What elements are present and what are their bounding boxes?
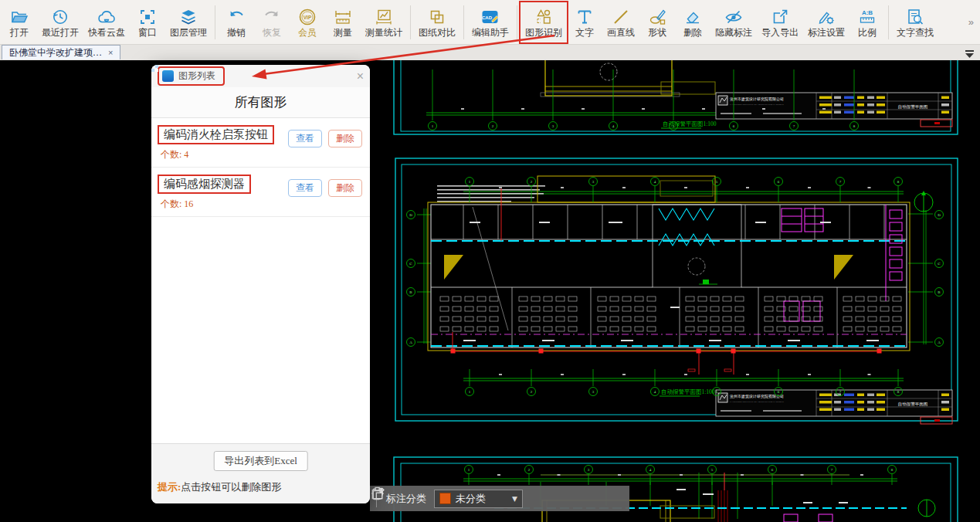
shape-recognition-button[interactable]: 图形识别: [521, 2, 567, 42]
classify-dropdown[interactable]: 未分类 ▼: [434, 490, 523, 508]
layer-manager-button[interactable]: 图层管理: [165, 2, 212, 42]
toolbar-divider: [215, 5, 215, 39]
undo-button[interactable]: 撤销: [219, 2, 254, 42]
drawing-compare-button[interactable]: 图纸对比: [414, 2, 460, 42]
eye-slash-icon: [724, 7, 744, 27]
title-block: 沧州市建筑设计研究院有限公司CANGZHOU INSTITUTE OF ARCH…: [716, 390, 952, 424]
svg-text:3: 3: [592, 180, 595, 184]
svg-text:2: 2: [531, 180, 533, 184]
svg-text:A: A: [409, 341, 412, 344]
eraser-icon: [683, 7, 702, 27]
shape-recognition-icon: [534, 7, 553, 27]
svg-text:1: 1: [469, 390, 471, 394]
tabbar-collapse-icon[interactable]: [965, 48, 975, 56]
delete-graphic-button[interactable]: 删除: [328, 179, 362, 197]
tab-close-icon[interactable]: ×: [108, 48, 113, 57]
measure-stats-button[interactable]: 测量统计: [361, 2, 407, 42]
toolbar-label: 图层管理: [170, 28, 207, 38]
svg-text:4: 4: [612, 124, 615, 128]
view-button[interactable]: 查看: [288, 179, 322, 197]
layers-icon: [179, 7, 198, 27]
toolbar-label: 测量: [334, 28, 352, 38]
shapes-button[interactable]: 形状: [639, 2, 675, 42]
hide-annotations-button[interactable]: 隐藏标注: [710, 2, 757, 42]
scale-button[interactable]: A:B 比例: [849, 2, 885, 42]
toolbar-divider: [463, 5, 464, 39]
title-block: 沧州市建筑设计研究院有限公司CANGZHOU INSTITUTE OF ARCH…: [716, 93, 952, 127]
toolbar-label: 图纸对比: [419, 28, 456, 38]
import-export-icon: [771, 7, 789, 27]
redo-button[interactable]: 恢复: [254, 2, 290, 42]
annotation-settings-button[interactable]: 标注设置: [803, 2, 849, 42]
paste-icon[interactable]: [605, 490, 622, 507]
annotation-classify-toolbar: 标注分类 未分类 ▼: [370, 486, 629, 511]
document-tabbar: 卧佛堂中学改扩建项… ×: [0, 45, 980, 60]
toolbar-divider: [888, 5, 889, 39]
riser-cluster: [718, 473, 727, 522]
svg-text:5: 5: [716, 180, 718, 184]
cad-assistant-icon: CAD: [480, 7, 500, 27]
text-search-button[interactable]: 文字查找: [892, 2, 938, 42]
open-button[interactable]: 打开: [2, 2, 37, 42]
toolbar-overflow-chevron[interactable]: »: [964, 16, 978, 28]
svg-text:3: 3: [588, 468, 590, 472]
svg-text:CAD: CAD: [482, 15, 493, 19]
draw-line-button[interactable]: 画直线: [602, 2, 639, 42]
list-item: 编码感烟探测器 个数: 16 查看 删除: [151, 168, 370, 217]
cloud-drive-button[interactable]: 快看云盘: [83, 2, 130, 42]
document-tab[interactable]: 卧佛堂中学改扩建项… ×: [2, 45, 120, 59]
svg-text:3: 3: [552, 124, 554, 128]
svg-text:D: D: [938, 213, 941, 217]
hint-text: 点击按钮可以删除图形: [181, 481, 281, 493]
chevron-down-icon: ▼: [512, 495, 517, 503]
svg-text:D: D: [409, 213, 412, 217]
classify-selected-value: 未分类: [456, 492, 507, 506]
svg-text:CANGZHOU INSTITUTE OF ARCHITEC: CANGZHOU INSTITUTE OF ARCHITECTURAL DESI…: [730, 401, 784, 403]
import-export-button[interactable]: 导入导出: [757, 2, 803, 42]
graphic-count: 个数: 4: [161, 148, 288, 161]
panel-titlebar[interactable]: 图形列表 ×: [151, 65, 370, 87]
toolbar-label: 会员: [298, 28, 317, 38]
recent-open-button[interactable]: 最近打开: [37, 2, 83, 42]
panel-hint: 提示:点击按钮可以删除图形: [158, 480, 281, 494]
compare-sheets-icon: [428, 7, 446, 27]
svg-text:4: 4: [649, 468, 652, 472]
window-frame-icon: [138, 7, 157, 27]
toolbar-label: 恢复: [263, 28, 281, 38]
view-button[interactable]: 查看: [288, 130, 322, 147]
delete-graphic-button[interactable]: 删除: [328, 130, 362, 147]
svg-text:自动报警平面图: 自动报警平面图: [898, 104, 928, 110]
toolbar-label: 窗口: [138, 28, 157, 38]
export-excel-button[interactable]: 导出列表到Excel: [213, 451, 308, 471]
annotation-box: 图形列表: [158, 66, 225, 86]
delete-button[interactable]: 删除: [675, 2, 710, 42]
svg-text:自动报警平面图: 自动报警平面图: [898, 402, 928, 407]
scale-ratio-icon: A:B: [858, 7, 877, 27]
text-tool-icon: [575, 7, 594, 27]
toolbar-label: 标注设置: [808, 28, 845, 38]
edit-annotation-icon[interactable]: [531, 490, 548, 507]
svg-text:2: 2: [531, 390, 533, 394]
svg-text:8: 8: [897, 180, 900, 184]
toolbar-divider: [410, 5, 411, 39]
vip-member-button[interactable]: VIP 会员: [290, 2, 325, 42]
svg-text:2: 2: [492, 124, 494, 128]
redo-icon: [263, 7, 281, 27]
copy-icon[interactable]: [580, 490, 597, 507]
edit-assistant-button[interactable]: CAD 编辑助手: [467, 2, 514, 42]
panel-close-icon[interactable]: ×: [357, 70, 364, 83]
move-icon[interactable]: [555, 490, 572, 507]
svg-text:7: 7: [831, 468, 833, 472]
window-button[interactable]: 窗口: [130, 2, 165, 42]
svg-text:8: 8: [853, 124, 856, 128]
measure-button[interactable]: 测量: [325, 2, 361, 42]
cad-canvas[interactable]: 自动报警平面图1:100: [0, 60, 980, 522]
toolbar-label: 隐藏标注: [715, 28, 752, 38]
undo-icon: [227, 7, 246, 27]
svg-text:6: 6: [733, 124, 735, 128]
all-graphics-heading: 所有图形: [235, 93, 287, 111]
toolbar-label: 打开: [10, 28, 29, 38]
toolbar-label: 测量统计: [365, 28, 402, 38]
text-button[interactable]: 文字: [567, 2, 602, 42]
vip-badge-icon: VIP: [298, 7, 317, 27]
